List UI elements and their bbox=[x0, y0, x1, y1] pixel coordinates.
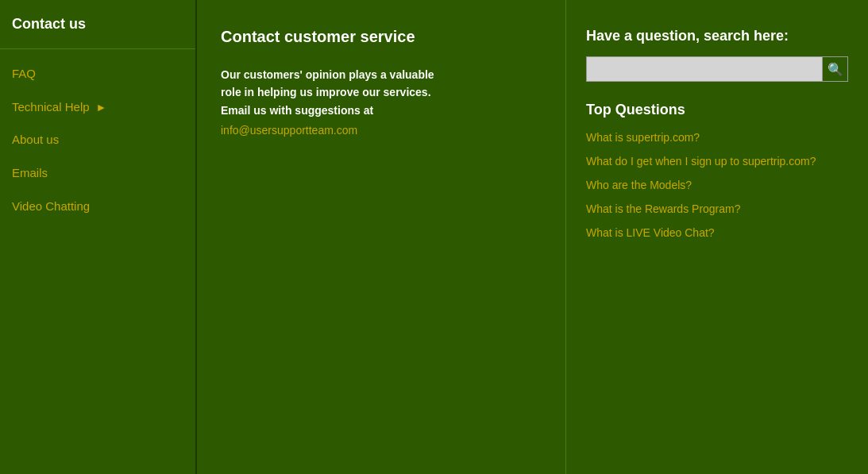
search-label: Have a question, search here: bbox=[586, 28, 848, 44]
sidebar-item-emails-link[interactable]: Emails bbox=[12, 166, 48, 179]
sidebar-item-technical-help-link[interactable]: Technical Help ► bbox=[12, 100, 106, 114]
sidebar-item-faq-link[interactable]: FAQ bbox=[12, 67, 36, 80]
search-input[interactable] bbox=[586, 56, 823, 82]
search-button[interactable]: 🔍 bbox=[823, 56, 848, 82]
question-link-1[interactable]: What is supertrip.com? bbox=[586, 131, 700, 144]
list-item[interactable]: What is the Rewards Program? bbox=[586, 202, 848, 216]
list-item[interactable]: What is supertrip.com? bbox=[586, 130, 848, 145]
top-questions-title: Top Questions bbox=[586, 102, 848, 118]
main-heading: Contact customer service bbox=[221, 28, 542, 46]
list-item[interactable]: What is LIVE Video Chat? bbox=[586, 225, 848, 240]
sidebar-item-emails[interactable]: Emails bbox=[0, 156, 195, 190]
chevron-right-icon: ► bbox=[96, 101, 107, 114]
sidebar-nav: FAQ Technical Help ► About us Emails Vid… bbox=[0, 49, 195, 231]
right-panel: Have a question, search here: 🔍 Top Ques… bbox=[566, 0, 868, 474]
question-link-4[interactable]: What is the Rewards Program? bbox=[586, 202, 741, 215]
list-item[interactable]: Who are the Models? bbox=[586, 178, 848, 192]
sidebar-title: Contact us bbox=[0, 0, 195, 49]
search-icon: 🔍 bbox=[827, 62, 843, 77]
sidebar-item-faq[interactable]: FAQ bbox=[0, 57, 195, 91]
question-list: What is supertrip.com? What do I get whe… bbox=[586, 130, 848, 240]
question-link-3[interactable]: Who are the Models? bbox=[586, 179, 692, 191]
sidebar: Contact us FAQ Technical Help ► About us… bbox=[0, 0, 197, 474]
sidebar-item-video-chatting[interactable]: Video Chatting bbox=[0, 190, 195, 223]
sidebar-item-about-us-link[interactable]: About us bbox=[12, 133, 59, 146]
question-link-5[interactable]: What is LIVE Video Chat? bbox=[586, 226, 715, 239]
email-link[interactable]: info@usersupportteam.com bbox=[221, 124, 357, 137]
list-item[interactable]: What do I get when I sign up to supertri… bbox=[586, 154, 848, 168]
sidebar-item-technical-help[interactable]: Technical Help ► bbox=[0, 91, 195, 123]
sidebar-item-video-chatting-link[interactable]: Video Chatting bbox=[12, 199, 90, 213]
sidebar-item-about-us[interactable]: About us bbox=[0, 123, 195, 156]
main-content: Contact customer service Our customers' … bbox=[197, 0, 566, 474]
main-description: Our customers' opinion plays a valuable … bbox=[221, 66, 542, 119]
search-container: 🔍 bbox=[586, 56, 848, 82]
question-link-2[interactable]: What do I get when I sign up to supertri… bbox=[586, 155, 816, 168]
